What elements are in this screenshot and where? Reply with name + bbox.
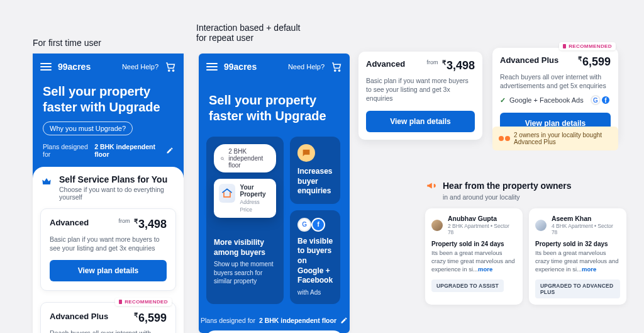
edit-icon[interactable] [340,317,348,324]
cart-icon[interactable] [331,61,342,72]
tile-social: G f Be visible to buyers on Google + Fac… [290,210,340,304]
recommended-tag: RECOMMENDED [115,298,172,306]
plans-designed-row: Plans designed for 2 BHK independent flo… [199,312,350,327]
google-icon: G [297,218,311,232]
bullhorn-icon [425,179,438,192]
plan-desc: Reach buyers all over internet with adve… [500,72,611,90]
plan-price: 6,599 [138,312,167,324]
self-service-title: Self Service Plans for You [59,174,176,184]
need-help-link[interactable]: Need Help? [288,63,325,71]
menu-icon[interactable] [40,63,52,71]
device-repeat: 99acres Need Help? Sell your property fa… [199,54,350,333]
from-label: from [119,218,130,224]
self-service-subtitle: Choose if you want to do everything your… [59,186,176,201]
social-icons: G f [297,218,333,232]
plans-designed-row: Plans designed for 2 BHK independent flo… [43,143,174,158]
plan-desc: Basic plan if you want more buyers to se… [50,235,167,252]
plan-price: 3,498 [138,218,167,230]
plan-name: Advanced Plus [50,312,108,321]
testi-sold: Property sold in 24 days [431,240,516,247]
plan-card-advanced-standalone: Advanced from ₹3,498 Basic plan if you w… [358,52,482,140]
upgrade-badge: UPGRADED TO ASSIST [431,279,504,292]
plan-card-advanced-plus: RECOMMENDED Advanced Plus ₹6,599 Reach b… [40,302,176,333]
plan-name: Advanced [366,59,405,69]
check-icon: ✓ [500,96,506,104]
feature-label: Google + Facebook Ads [509,96,584,104]
hero: Sell your property faster with Upgrade [199,80,350,137]
plans-designed-value: 2 BHK independent floor [259,317,336,324]
tile-title: More visibility among buyers [214,238,276,257]
view-plan-button[interactable]: View plan details [50,260,167,281]
cart-icon[interactable] [165,61,176,72]
app-bar: 99acres Need Help? [33,54,184,80]
feature-grid: 2 BHK independent floor Your Property Ad… [199,137,350,312]
brand-logo[interactable]: 99acres [224,62,257,72]
currency-symbol: ₹ [578,55,582,62]
why-upgrade-chip[interactable]: Why you must Upgrade? [43,121,133,135]
search-pill[interactable]: 2 BHK independent floor [214,144,276,172]
currency-symbol: ₹ [134,218,138,225]
svg-point-0 [169,70,170,71]
brand-logo[interactable]: 99acres [58,62,91,72]
tile-title: Increases buyer enquiries [297,167,333,196]
testi-text: Its been a great marvelous crazy time gr… [535,249,620,273]
menu-icon[interactable] [206,63,218,71]
testimonial-card: Anubhav Gupta 2 BHK Apartment • Sector 7… [425,208,523,305]
view-plan-button[interactable]: View plan details [366,111,475,132]
plan-name: Advanced Plus [500,55,558,65]
section-label-first-time: For first time user [33,38,101,48]
tile-sub: Show up the moment buyers search for sim… [214,260,276,286]
chat-icon [297,144,315,162]
app-bar: 99acres Need Help? [199,54,350,80]
owners-sub: in and around your locality [443,193,626,201]
mini-title: Your Property [240,184,272,198]
testimonial-card: Aseem Khan 4 BHK Apartment • Sector 78 P… [529,208,626,305]
svg-point-3 [338,70,340,71]
svg-point-1 [172,70,174,71]
tile-sub: with Ads [297,288,333,297]
plan-price: 3,498 [447,59,475,72]
currency-symbol: ₹ [442,59,446,66]
social-icons: G f [591,95,611,105]
need-help-link[interactable]: Need Help? [122,63,158,71]
property-mini-card: Your Property Address Price [214,179,276,218]
owners-section: Hear from the property owners in and aro… [425,179,626,305]
owners-title: Hear from the property owners [443,181,572,191]
google-icon: G [591,95,601,105]
section-label-repeat: Interaction based + default for repeat u… [196,23,300,43]
bottom-sheet: Self Service Plans for You Choose if you… [33,167,184,333]
facebook-icon: f [311,218,325,232]
svg-point-2 [335,70,336,71]
more-link[interactable]: more [478,266,492,273]
avatar [431,220,443,231]
mini-addr: Address [240,199,272,205]
hero: Sell your property faster with Upgrade W… [33,84,184,167]
testi-sold: Property sold in 32 days [535,240,620,247]
people-icon [499,136,510,141]
plan-desc: Reach buyers all over internet with adve… [50,329,167,333]
upgrade-badge: UPGRADED TO ADVANCED PLUS [535,279,620,298]
plan-card-advanced: Advanced from ₹3,498 Basic plan if you w… [40,208,176,291]
plans-designed-prefix: Plans designed for [201,317,255,324]
plans-designed-value: 2 BHK independent floor [94,143,162,158]
testi-meta: 4 BHK Apartment • Sector 78 [552,223,620,235]
testi-name: Aseem Khan [552,215,620,222]
plan-price: 6,599 [582,55,611,68]
crown-icon [40,174,53,188]
testi-name: Anubhav Gupta [448,215,516,222]
avatar [535,220,547,231]
tile-title: Be visible to buyers on Google + Faceboo… [297,237,333,286]
from-label: from [427,59,438,65]
testi-meta: 2 BHK Apartment • Sector 78 [448,223,516,235]
home-icon [219,184,235,203]
edit-icon[interactable] [166,147,174,154]
sheet-peek [205,330,343,333]
hero-title: Sell your property faster with Upgrade [43,84,174,115]
plan-name: Advanced [50,218,89,227]
more-link[interactable]: more [582,266,596,273]
plans-designed-prefix: Plans designed for [43,143,91,158]
currency-symbol: ₹ [134,312,138,319]
recommended-tag: RECOMMENDED [559,42,616,50]
testi-text: Its been a great marvelous crazy time gr… [431,249,516,273]
search-value: 2 BHK independent floor [228,148,270,169]
